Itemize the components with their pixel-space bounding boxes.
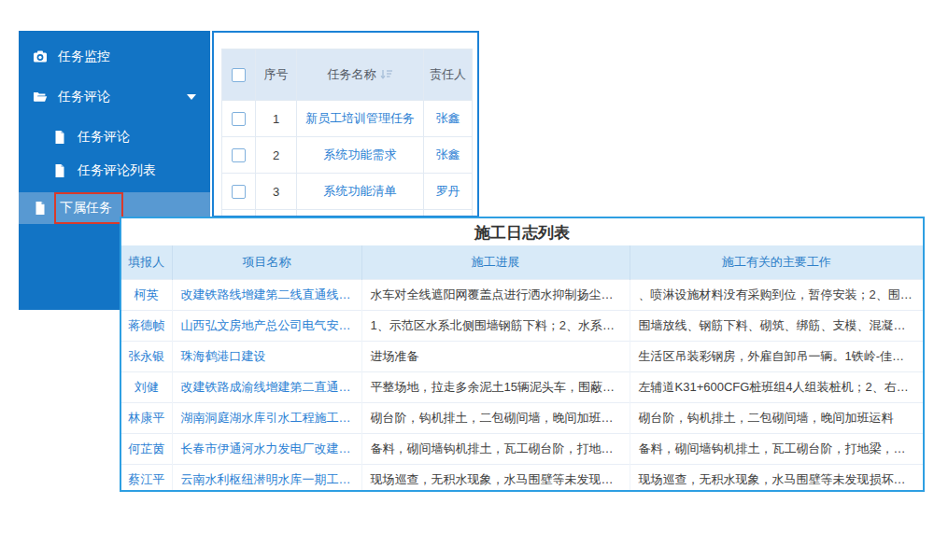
sidebar-item-label: 任务评论列表	[78, 162, 156, 179]
panel-title: 施工日志列表	[121, 218, 923, 245]
reporter-link[interactable]: 刘健	[121, 372, 172, 403]
row-checkbox[interactable]	[232, 148, 246, 162]
file-icon	[52, 130, 67, 145]
work-cell: 生活区吊装彩钢房，外雇自卸吊一辆。1铁岭-佳和铲车一台	[630, 342, 923, 372]
sidebar-item-task-comment-list[interactable]: 任务评论列表	[19, 155, 210, 187]
progress-cell: 1、示范区水系北侧围墙钢筋下料；2、水系北侧绿化...	[361, 311, 630, 342]
col-header-no: 序号	[256, 49, 297, 101]
sidebar-item-label: 任务监控	[58, 49, 110, 65]
reporter-link[interactable]: 何芷茵	[121, 434, 172, 465]
file-icon	[33, 201, 48, 216]
task-row: 1 新员工培训管理任务 张鑫	[222, 101, 473, 137]
task-row: 3 系统功能清单 罗丹	[222, 174, 473, 210]
progress-cell: 砌台阶，钩机排土，二包砌间墙，晚间加班运料	[361, 403, 630, 434]
log-row: 柯英 改建铁路线增建第二线直通线（成都-... 水车对全线遮阳网覆盖点进行洒水抑…	[121, 280, 923, 311]
work-cell: 现场巡查，无积水现象，水马围壁等未发现损坏和吹倒现象 ...	[630, 465, 923, 493]
project-link[interactable]: 山西弘文房地产总公司电气安装工程	[172, 311, 361, 342]
col-header-project: 项目名称	[172, 245, 361, 280]
work-cell: 、喷淋设施材料没有采购到位，暂停安装；2、围蔽班组以货...	[630, 280, 923, 311]
reporter-link[interactable]: 张永银	[121, 342, 172, 372]
sort-amount-down-icon[interactable]	[380, 68, 393, 80]
project-link[interactable]: 云南水利枢纽潜明水库一期工程施工I标	[172, 465, 361, 493]
work-cell: 围墙放线、钢筋下料、砌筑、绑筋、支模、混凝土浇注、清...	[630, 311, 923, 342]
sidebar-item-task-comments-group[interactable]: 任务评论	[19, 81, 210, 113]
work-cell: 备料，砌间墙钩机排土，瓦工砌台阶，打地梁，只摸板，砌...	[630, 434, 923, 465]
log-row: 蒋德帧 山西弘文房地产总公司电气安装工程 1、示范区水系北侧围墙钢筋下料；2、水…	[121, 311, 923, 342]
folder-open-icon	[33, 90, 48, 105]
reporter-link[interactable]: 柯英	[121, 280, 172, 311]
no-cell: 3	[256, 174, 297, 210]
select-all-cell	[222, 49, 256, 101]
project-link[interactable]: 改建铁路成渝线增建第二直通线（成...	[172, 372, 361, 403]
col-header-owner: 责任人	[424, 49, 473, 101]
project-link[interactable]: 改建铁路线增建第二线直通线（成都-...	[172, 280, 361, 311]
col-header-progress: 施工进展	[361, 245, 630, 280]
no-cell: 2	[256, 137, 297, 174]
log-row: 张永银 珠海鹤港口建设 进场准备 生活区吊装彩钢房，外雇自卸吊一辆。1铁岭-佳和…	[121, 342, 923, 372]
highlight-box: 下属任务	[54, 192, 123, 224]
log-row: 林康平 湖南洞庭湖水库引水工程施工I标 砌台阶，钩机排土，二包砌间墙，晚间加班运…	[121, 403, 923, 434]
log-table-header-row: 填报人 项目名称 施工进展 施工有关的主要工作	[121, 245, 923, 280]
sidebar-item-task-monitor[interactable]: 任务监控	[19, 41, 210, 73]
sidebar-item-label: 下属任务	[60, 200, 112, 215]
reporter-link[interactable]: 林康平	[121, 403, 172, 434]
checkbox-cell	[222, 101, 256, 137]
work-cell: 砌台阶，钩机排土，二包砌间墙，晚间加班运料	[630, 403, 923, 434]
project-link[interactable]: 长春市伊通河水力发电厂改建工程	[172, 434, 361, 465]
col-header-task-name[interactable]: 任务名称	[297, 49, 424, 101]
progress-cell: 进场准备	[361, 342, 630, 372]
task-name-link[interactable]: 系统功能清单	[297, 174, 424, 210]
col-header-reporter: 填报人	[121, 245, 172, 280]
progress-cell: 备料，砌间墙钩机排土，瓦工砌台阶，打地梁，只摸...	[361, 434, 630, 465]
no-cell: 1	[256, 101, 297, 137]
log-row: 何芷茵 长春市伊通河水力发电厂改建工程 备料，砌间墙钩机排土，瓦工砌台阶，打地梁…	[121, 434, 923, 465]
task-table: 序号 任务名称 责任人 1 新员工培训管理任务 张鑫 2 系统功能需求 张鑫 3…	[221, 49, 473, 217]
task-name-link[interactable]: 新员工培训管理任务	[297, 101, 424, 137]
work-cell: 左辅道K31+600CFG桩班组4人组装桩机；2、右侧辅道拼宽...	[630, 372, 923, 403]
checkbox-cell	[222, 174, 256, 210]
file-icon	[52, 163, 67, 178]
sidebar-item-label: 任务评论	[78, 129, 130, 146]
owner-cell[interactable]: 张鑫	[424, 137, 473, 174]
task-name-link[interactable]: 系统功能需求	[297, 137, 424, 174]
task-table-header-row: 序号 任务名称 责任人	[222, 49, 473, 101]
owner-cell[interactable]: 张鑫	[424, 101, 473, 137]
checkbox-cell	[222, 137, 256, 174]
row-checkbox[interactable]	[232, 185, 246, 199]
camera-icon	[33, 49, 48, 64]
reporter-link[interactable]: 蒋德帧	[121, 311, 172, 342]
chevron-down-icon[interactable]	[187, 94, 196, 100]
sidebar-item-task-comment[interactable]: 任务评论	[19, 121, 210, 153]
construction-log-panel: 施工日志列表 填报人 项目名称 施工进展 施工有关的主要工作 柯英 改建铁路线增…	[120, 217, 925, 492]
task-list-panel: 序号 任务名称 责任人 1 新员工培训管理任务 张鑫 2 系统功能需求 张鑫 3…	[212, 31, 479, 217]
log-row: 刘健 改建铁路成渝线增建第二直通线（成... 平整场地，拉走多余泥土15辆泥头车…	[121, 372, 923, 403]
row-checkbox[interactable]	[232, 112, 246, 126]
progress-cell: 水车对全线遮阳网覆盖点进行洒水抑制扬尘，裸土覆...	[361, 280, 630, 311]
reporter-link[interactable]: 蔡江平	[121, 465, 172, 493]
log-table: 填报人 项目名称 施工进展 施工有关的主要工作 柯英 改建铁路线增建第二线直通线…	[121, 245, 923, 492]
log-row: 蔡江平 云南水利枢纽潜明水库一期工程施工I标 现场巡查，无积水现象，水马围壁等未…	[121, 465, 923, 493]
project-link[interactable]: 珠海鹤港口建设	[172, 342, 361, 372]
progress-cell: 平整场地，拉走多余泥土15辆泥头车，围蔽板班组没...	[361, 372, 630, 403]
project-link[interactable]: 湖南洞庭湖水库引水工程施工I标	[172, 403, 361, 434]
col-header-work: 施工有关的主要工作	[630, 245, 923, 280]
select-all-checkbox[interactable]	[232, 68, 246, 82]
progress-cell: 现场巡查，无积水现象，水马围壁等未发现损坏和吹...	[361, 465, 630, 493]
owner-cell[interactable]: 罗丹	[424, 174, 473, 210]
task-row: 2 系统功能需求 张鑫	[222, 137, 473, 174]
sidebar-item-label: 任务评论	[58, 89, 110, 105]
